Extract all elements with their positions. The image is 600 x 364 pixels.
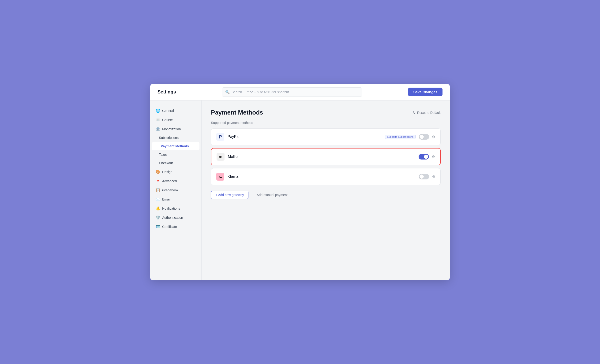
sidebar-item-email[interactable]: ✉️ Email bbox=[150, 195, 201, 204]
reset-icon: ↻ bbox=[413, 110, 416, 115]
email-icon: ✉️ bbox=[156, 197, 160, 201]
sidebar-item-advanced[interactable]: 🔻 Advanced bbox=[150, 176, 201, 185]
main-header: Payment Methods ↻ Reset to Default bbox=[211, 109, 441, 116]
action-row: + Add new gateway + Add manual payment bbox=[211, 191, 441, 199]
search-bar[interactable]: 🔍 Search ... ⌃⌥ + S or Alt+S for shortcu… bbox=[222, 87, 362, 97]
sidebar: 🌐 General 📖 Course 🏦 Monetization Subscr… bbox=[150, 100, 202, 280]
sidebar-label-general: General bbox=[162, 109, 174, 113]
sidebar-label-course: Course bbox=[162, 118, 173, 122]
mollie-name: Mollie bbox=[228, 155, 415, 159]
payment-card-paypal: P PayPal Supports Subscriptions ⚙ bbox=[211, 128, 441, 145]
monetization-icon: 🏦 bbox=[156, 127, 160, 131]
paypal-settings-icon[interactable]: ⚙ bbox=[432, 135, 435, 139]
sidebar-label-notifications: Notifications bbox=[162, 207, 180, 210]
sidebar-label-design: Design bbox=[162, 170, 172, 174]
add-manual-button[interactable]: + Add manual payment bbox=[254, 193, 288, 197]
mollie-settings-icon[interactable]: ⚙ bbox=[432, 155, 435, 159]
payment-list: P PayPal Supports Subscriptions ⚙ m bbox=[211, 128, 441, 185]
sidebar-item-general[interactable]: 🌐 General bbox=[150, 106, 201, 115]
design-icon: 🎨 bbox=[156, 170, 160, 174]
header: Settings 🔍 Search ... ⌃⌥ + S or Alt+S fo… bbox=[150, 84, 450, 100]
sidebar-item-certificate[interactable]: 🪪 Certificate bbox=[150, 222, 201, 231]
mollie-toggle-knob bbox=[424, 155, 428, 159]
sidebar-label-advanced: Advanced bbox=[162, 179, 177, 183]
sidebar-item-subscriptions[interactable]: Subscriptions bbox=[150, 134, 201, 142]
app-window: Settings 🔍 Search ... ⌃⌥ + S or Alt+S fo… bbox=[150, 84, 450, 280]
sidebar-label-payment-methods: Payment Methods bbox=[161, 144, 189, 148]
paypal-logo-text: P bbox=[219, 134, 222, 140]
sidebar-label-gradebook: Gradebook bbox=[162, 188, 178, 192]
paypal-toggle-knob bbox=[420, 135, 424, 139]
sidebar-item-monetization[interactable]: 🏦 Monetization bbox=[150, 124, 201, 134]
klarna-toggle[interactable] bbox=[419, 174, 429, 179]
reset-to-default-button[interactable]: ↻ Reset to Default bbox=[413, 110, 441, 115]
section-label: Supported payment methods bbox=[211, 121, 441, 125]
sidebar-item-notifications[interactable]: 🔔 Notifications bbox=[150, 204, 201, 213]
body: 🌐 General 📖 Course 🏦 Monetization Subscr… bbox=[150, 100, 450, 280]
sidebar-label-monetization: Monetization bbox=[162, 127, 181, 131]
mollie-toggle[interactable] bbox=[419, 154, 429, 160]
mollie-controls: ⚙ bbox=[419, 154, 435, 160]
sidebar-label-email: Email bbox=[162, 198, 170, 201]
add-gateway-button[interactable]: + Add new gateway bbox=[211, 191, 248, 199]
sidebar-label-certificate: Certificate bbox=[162, 225, 177, 229]
sidebar-label-subscriptions: Subscriptions bbox=[159, 136, 178, 140]
course-icon: 📖 bbox=[156, 118, 160, 122]
paypal-toggle[interactable] bbox=[419, 134, 429, 140]
klarna-controls: ⚙ bbox=[419, 174, 435, 179]
paypal-logo: P bbox=[216, 133, 224, 141]
sidebar-label-checkout: Checkout bbox=[159, 161, 173, 165]
search-icon: 🔍 bbox=[225, 90, 230, 94]
mollie-logo: m bbox=[216, 153, 225, 161]
payment-card-klarna: K. Klarna ⚙ bbox=[211, 168, 441, 185]
save-button[interactable]: Save Changes bbox=[408, 88, 442, 96]
klarna-toggle-knob bbox=[420, 174, 424, 179]
payment-card-mollie: m Mollie ⚙ bbox=[211, 148, 441, 165]
sidebar-label-authentication: Authentication bbox=[162, 216, 183, 219]
certificate-icon: 🪪 bbox=[156, 224, 160, 229]
klarna-logo-text: K. bbox=[219, 175, 222, 179]
sidebar-item-design[interactable]: 🎨 Design bbox=[150, 167, 201, 176]
authentication-icon: 🛡️ bbox=[156, 215, 160, 220]
sidebar-item-course[interactable]: 📖 Course bbox=[150, 115, 201, 124]
paypal-badge: Supports Subscriptions bbox=[385, 135, 416, 139]
sidebar-item-gradebook[interactable]: 📋 Gradebook bbox=[150, 185, 201, 195]
main-content: Payment Methods ↻ Reset to Default Suppo… bbox=[202, 100, 450, 280]
search-placeholder: Search ... ⌃⌥ + S or Alt+S for shortcut bbox=[232, 90, 289, 94]
reset-label: Reset to Default bbox=[417, 111, 441, 115]
gradebook-icon: 📋 bbox=[156, 188, 160, 192]
app-title: Settings bbox=[158, 89, 176, 95]
sidebar-label-taxes: Taxes bbox=[159, 153, 168, 156]
sidebar-item-taxes[interactable]: Taxes bbox=[150, 150, 201, 159]
sidebar-item-authentication[interactable]: 🛡️ Authentication bbox=[150, 213, 201, 222]
klarna-logo: K. bbox=[216, 173, 224, 181]
mollie-logo-text: m bbox=[219, 154, 222, 159]
klarna-name: Klarna bbox=[228, 174, 416, 179]
sidebar-item-payment-methods[interactable]: Payment Methods bbox=[152, 142, 199, 150]
paypal-name: PayPal bbox=[228, 135, 379, 139]
globe-icon: 🌐 bbox=[156, 109, 160, 113]
sidebar-item-checkout[interactable]: Checkout bbox=[150, 159, 201, 167]
page-title: Payment Methods bbox=[211, 109, 263, 116]
notifications-icon: 🔔 bbox=[156, 206, 160, 210]
paypal-controls: ⚙ bbox=[419, 134, 435, 140]
klarna-settings-icon[interactable]: ⚙ bbox=[432, 174, 435, 179]
advanced-icon: 🔻 bbox=[156, 179, 160, 183]
